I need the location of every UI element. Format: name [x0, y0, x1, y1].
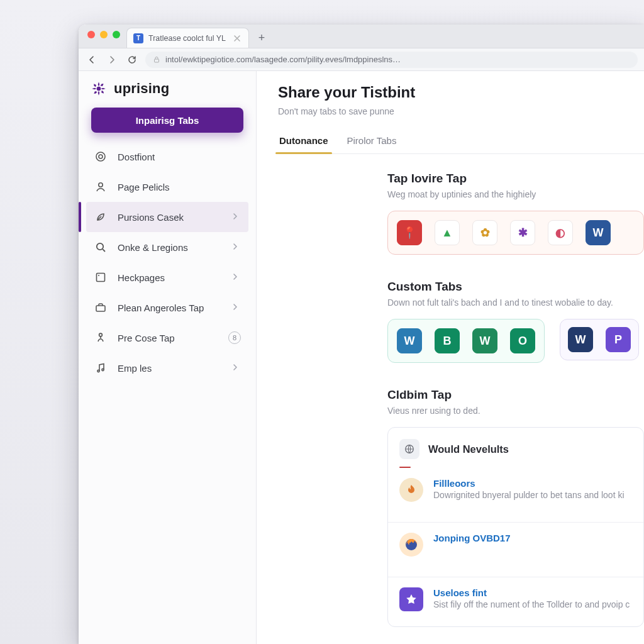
- close-window-button[interactable]: [87, 31, 95, 38]
- music-icon: [94, 361, 108, 375]
- section-club-subtitle: Vieus nrer using to ded.: [387, 406, 644, 416]
- back-button[interactable]: [85, 53, 99, 67]
- content-tab-1[interactable]: Pirolor Tabs: [346, 129, 398, 153]
- svg-point-4: [99, 183, 103, 187]
- svg-point-2: [96, 152, 105, 161]
- excel-icon[interactable]: W: [472, 328, 497, 353]
- slack-icon[interactable]: ✱: [510, 220, 535, 245]
- clover-icon[interactable]: ✿: [472, 220, 497, 245]
- sidebar-item-4[interactable]: Heckpages: [86, 262, 248, 292]
- tab-close-icon[interactable]: [232, 33, 242, 43]
- zoom-window-button[interactable]: [113, 31, 120, 38]
- word-icon[interactable]: W: [586, 220, 611, 245]
- section-custom-subtitle: Down not fult tali's bach and I and to t…: [387, 297, 644, 308]
- brand: uprising: [86, 80, 248, 106]
- leaf-icon: [94, 210, 108, 224]
- drive-icon[interactable]: ▲: [435, 220, 460, 245]
- primary-cta-button[interactable]: Inpairisg Tabs: [91, 108, 243, 133]
- club-card: Would Nevelults FillleoorsDowrignited bn…: [387, 427, 644, 627]
- word-icon[interactable]: W: [397, 328, 422, 353]
- list-item-title: Useloes fint: [433, 587, 632, 598]
- sidebar-item-5[interactable]: Plean Angeroles Tap: [86, 292, 248, 323]
- list-item-subtitle: Sist fily off the nument of the Tollder …: [433, 599, 632, 609]
- tab-strip: T Tratlease coolct ful YL +: [79, 25, 644, 48]
- list-item-title: Fillleoors: [433, 478, 632, 489]
- bing-icon[interactable]: B: [435, 328, 460, 353]
- club-list-item[interactable]: Useloes fintSist fily off the nument of …: [399, 577, 632, 623]
- sidebar-item-3[interactable]: Onke & Lregions: [86, 232, 248, 262]
- lock-icon: [153, 56, 160, 64]
- browser-window: T Tratlease coolct ful YL +: [79, 25, 644, 644]
- search-icon: [94, 240, 108, 254]
- main-panel: Share your Tistbint Don't may tabs to sa…: [257, 71, 644, 644]
- section-top-subtitle: Weg moat by uptinies and the highiely: [387, 189, 644, 199]
- onenote-icon[interactable]: O: [510, 328, 535, 353]
- club-list-item[interactable]: FillleoorsDowrignited bnyeral pulder to …: [399, 468, 632, 513]
- address-field[interactable]: intol/ewktipegiotice.com/lasagede.com/pi…: [145, 52, 638, 68]
- minimize-window-button[interactable]: [100, 31, 108, 38]
- page-subtitle: Don't may tabs to save punne: [278, 106, 644, 116]
- window-controls: [85, 25, 126, 48]
- svg-point-7: [98, 275, 99, 276]
- reload-button[interactable]: [125, 53, 139, 67]
- section-top-title: Tap Iovire Tap: [387, 172, 644, 186]
- user-icon: [94, 180, 108, 194]
- svg-point-11: [102, 369, 104, 370]
- sidebar-item-0[interactable]: Dostfiont: [86, 142, 248, 172]
- sidebar-item-label: Plean Angeroles Tap: [118, 303, 231, 313]
- chevron-right-icon: [231, 212, 241, 222]
- club-list-item[interactable]: Jonping OVBD17: [399, 523, 632, 568]
- app-rail-custom: WBWO: [387, 319, 545, 363]
- purple-p-icon[interactable]: P: [606, 327, 631, 352]
- club-card-title: Would Nevelults: [428, 443, 509, 455]
- svg-point-10: [97, 370, 99, 372]
- brand-name: uprising: [114, 80, 169, 97]
- svg-rect-6: [97, 274, 105, 282]
- new-tab-button[interactable]: +: [253, 29, 270, 47]
- sidebar-item-label: Pursions Casek: [118, 212, 231, 223]
- sidebar-item-label: Emp les: [118, 363, 231, 374]
- section-custom: Custom Tabs Down not fult tali's bach an…: [387, 280, 644, 363]
- firefox-icon: [399, 533, 423, 557]
- word-dark-icon[interactable]: W: [568, 327, 593, 352]
- flame-icon: [399, 478, 423, 502]
- url-bar: intol/ewktipegiotice.com/lasagede.com/pi…: [79, 48, 644, 71]
- sidebar-item-badge: 8: [228, 331, 241, 344]
- brand-logo-icon: [90, 80, 108, 97]
- content-tab-0[interactable]: Dutonance: [278, 129, 330, 153]
- sidebar-item-label: Dostfiont: [118, 152, 241, 162]
- square-icon: [94, 270, 108, 284]
- svg-point-9: [99, 333, 103, 336]
- svg-point-5: [97, 243, 103, 250]
- chevron-right-icon: [231, 242, 241, 252]
- sidebar-item-6[interactable]: Pre Cose Tap8: [86, 323, 248, 353]
- sidebar-item-label: Heckpages: [118, 272, 231, 283]
- list-item-title: Jonping OVBD17: [433, 533, 632, 543]
- content-tabs: DutonancePirolor Tabs: [278, 129, 644, 154]
- forward-button[interactable]: [105, 53, 119, 67]
- list-item-subtitle: Dowrignited bnyeral pulder to bet tans a…: [433, 490, 632, 500]
- svg-rect-0: [155, 59, 159, 62]
- svg-point-3: [99, 155, 103, 158]
- sidebar-item-label: Pre Cose Tap: [118, 333, 228, 343]
- pin-icon[interactable]: 📍: [397, 220, 422, 245]
- briefcase-icon: [94, 301, 108, 314]
- star-icon: [399, 587, 423, 611]
- sidebar: uprising Inpairisg Tabs DostfiontPage Pe…: [79, 71, 257, 644]
- chevron-right-icon: [231, 272, 241, 282]
- sidebar-item-label: Onke & Lregions: [118, 242, 231, 253]
- pie-icon[interactable]: ◐: [548, 220, 573, 245]
- sidebar-item-1[interactable]: Page Pelicls: [86, 172, 248, 202]
- chevron-right-icon: [231, 303, 241, 313]
- address-text: intol/ewktipegiotice.com/lasagede.com/pi…: [165, 55, 401, 64]
- svg-point-1: [97, 87, 101, 91]
- browser-tab[interactable]: T Tratlease coolct ful YL: [126, 28, 249, 48]
- sidebar-item-2[interactable]: Pursions Casek: [86, 202, 248, 232]
- chevron-right-icon: [231, 363, 241, 373]
- section-top: Tap Iovire Tap Weg moat by uptinies and …: [387, 172, 644, 255]
- sidebar-item-7[interactable]: Emp les: [86, 353, 248, 383]
- tab-favicon: T: [133, 33, 143, 43]
- sidebar-item-label: Page Pelicls: [118, 182, 241, 192]
- globe-icon: [399, 439, 419, 459]
- target-icon: [94, 150, 108, 164]
